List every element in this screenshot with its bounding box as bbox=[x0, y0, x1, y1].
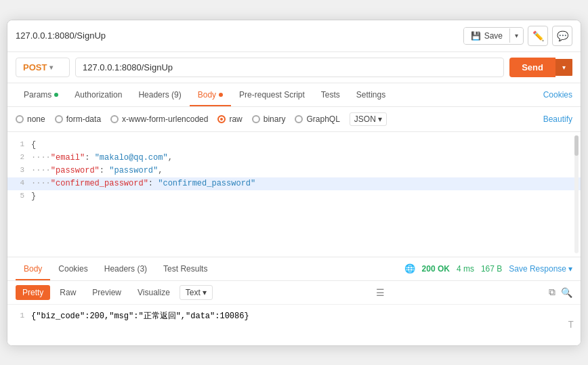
code-line-2: 2 ····"email": "makalo@qq.com", bbox=[7, 152, 581, 165]
prerequest-label: Pre-request Script bbox=[239, 90, 305, 100]
option-none[interactable]: none bbox=[16, 114, 45, 124]
radio-binary bbox=[252, 115, 260, 123]
method-label: POST bbox=[23, 62, 47, 72]
response-tabs-row: Body Cookies Headers (3) Test Results 🌐 … bbox=[7, 257, 581, 281]
form-data-label: form-data bbox=[66, 114, 101, 124]
save-btn-group: 💾 Save ▾ bbox=[463, 27, 524, 45]
pretty-label: Pretty bbox=[22, 288, 43, 297]
response-status: 🌐 200 OK 4 ms 167 B Save Response ▾ bbox=[404, 263, 572, 274]
code-line-4: 4 ····"confirmed_password": "confirmed_p… bbox=[7, 177, 581, 190]
format-dropdown-arrow: ▾ bbox=[203, 288, 207, 297]
save-button[interactable]: 💾 Save bbox=[464, 28, 509, 44]
line-num-3: 3 bbox=[7, 165, 31, 177]
resp-edit-icon[interactable]: T bbox=[568, 320, 574, 330]
url-bar: POST ▾ Send ▾ bbox=[7, 52, 581, 83]
line-num-1: 1 bbox=[7, 139, 31, 151]
json-arrow: ▾ bbox=[378, 114, 382, 124]
resp-tab-testresults[interactable]: Test Results bbox=[155, 257, 215, 280]
send-btn-group: Send ▾ bbox=[509, 58, 572, 77]
tab-settings[interactable]: Settings bbox=[348, 83, 394, 106]
line-content-3: ····"password": "password", bbox=[31, 165, 581, 177]
edit-icon-button[interactable]: ✏️ bbox=[528, 26, 548, 46]
save-label: Save bbox=[484, 31, 503, 41]
option-raw[interactable]: raw bbox=[217, 114, 242, 124]
status-code: 200 OK bbox=[422, 264, 450, 274]
fmt-tab-visualize[interactable]: Visualize bbox=[131, 285, 177, 300]
resp-line-content-1: {"biz_code":200,"msg":"正常返回","data":1008… bbox=[31, 310, 581, 323]
resp-line-1: 1 {"biz_code":200,"msg":"正常返回","data":10… bbox=[7, 310, 581, 323]
tab-params[interactable]: Params bbox=[16, 83, 66, 106]
radio-form-data bbox=[55, 115, 63, 123]
fmt-tab-pretty[interactable]: Pretty bbox=[16, 285, 50, 300]
code-line-5: 5 } bbox=[7, 190, 581, 203]
tab-authorization[interactable]: Authorization bbox=[66, 83, 130, 106]
fmt-tab-preview[interactable]: Preview bbox=[85, 285, 128, 300]
headers-label: Headers (9) bbox=[138, 90, 181, 100]
resp-tab-headers[interactable]: Headers (3) bbox=[96, 257, 155, 280]
send-dropdown-arrow[interactable]: ▾ bbox=[555, 59, 572, 76]
method-dropdown-arrow: ▾ bbox=[49, 64, 53, 71]
copy-icon[interactable]: ⧉ bbox=[549, 286, 555, 298]
option-form-data[interactable]: form-data bbox=[55, 114, 101, 124]
response-time: 4 ms bbox=[457, 264, 474, 274]
beautify-button[interactable]: Beautify bbox=[543, 114, 572, 124]
fmt-tab-raw[interactable]: Raw bbox=[53, 285, 83, 300]
authorization-label: Authorization bbox=[75, 90, 122, 100]
radio-raw bbox=[217, 115, 226, 123]
resp-tab-cookies[interactable]: Cookies bbox=[50, 257, 96, 280]
tab-headers[interactable]: Headers (9) bbox=[130, 83, 189, 106]
globe-icon: 🌐 bbox=[404, 263, 415, 274]
method-selector[interactable]: POST ▾ bbox=[16, 58, 70, 77]
resp-cookies-label: Cookies bbox=[58, 264, 87, 274]
editor-scrollbar-thumb bbox=[574, 135, 579, 156]
filter-icon[interactable]: ☰ bbox=[376, 287, 385, 298]
preview-label: Preview bbox=[92, 288, 121, 297]
response-body: 1 {"biz_code":200,"msg":"正常返回","data":10… bbox=[7, 305, 581, 345]
url-input[interactable] bbox=[75, 58, 504, 77]
request-body-editor[interactable]: 1 { 2 ····"email": "makalo@qq.com", 3 ··… bbox=[7, 132, 581, 257]
resp-line-num-1: 1 bbox=[7, 310, 31, 322]
params-dot bbox=[54, 93, 58, 97]
save-icon: 💾 bbox=[471, 31, 481, 41]
raw-label-resp: Raw bbox=[60, 288, 76, 297]
option-binary[interactable]: binary bbox=[252, 114, 286, 124]
format-icons: ☰ bbox=[376, 287, 385, 298]
search-icon[interactable]: 🔍 bbox=[561, 287, 572, 298]
format-dropdown[interactable]: Text ▾ bbox=[180, 285, 213, 300]
request-tabs: Params Authorization Headers (9) Body Pr… bbox=[7, 83, 581, 107]
code-line-3: 3 ····"password": "password", bbox=[7, 165, 581, 177]
cookies-link[interactable]: Cookies bbox=[543, 90, 572, 100]
body-dot bbox=[219, 93, 223, 97]
raw-label: raw bbox=[229, 114, 242, 124]
save-response-arrow: ▾ bbox=[568, 264, 572, 274]
resp-body-label: Body bbox=[24, 264, 42, 274]
title-actions: 💾 Save ▾ ✏️ 💬 bbox=[463, 26, 572, 46]
line-content-5: } bbox=[31, 190, 581, 203]
none-label: none bbox=[27, 114, 45, 124]
tab-prerequest[interactable]: Pre-request Script bbox=[231, 83, 313, 106]
visualize-label: Visualize bbox=[138, 288, 170, 297]
format-tabs-row: Pretty Raw Preview Visualize Text ▾ ☰ ⧉ … bbox=[7, 281, 581, 305]
radio-none bbox=[16, 115, 24, 123]
line-num-4: 4 bbox=[7, 177, 31, 190]
urlencoded-label: x-www-form-urlencoded bbox=[122, 114, 208, 124]
body-options-row: none form-data x-www-form-urlencoded raw… bbox=[7, 107, 581, 132]
settings-label: Settings bbox=[356, 90, 385, 100]
editor-scrollbar[interactable] bbox=[574, 135, 579, 253]
tab-body[interactable]: Body bbox=[190, 83, 231, 106]
main-window: 127.0.0.1:8080/SignUp 💾 Save ▾ ✏️ 💬 POST… bbox=[7, 20, 581, 346]
resp-tab-body[interactable]: Body bbox=[16, 257, 50, 280]
save-dropdown-arrow[interactable]: ▾ bbox=[509, 28, 523, 43]
tests-label: Tests bbox=[321, 90, 340, 100]
resp-testresults-label: Test Results bbox=[163, 264, 207, 274]
body-label: Body bbox=[198, 90, 216, 100]
window-title: 127.0.0.1:8080/SignUp bbox=[16, 30, 458, 41]
option-graphql[interactable]: GraphQL bbox=[295, 114, 339, 124]
json-format-selector[interactable]: JSON ▾ bbox=[350, 112, 387, 126]
response-size: 167 B bbox=[481, 264, 502, 274]
option-urlencoded[interactable]: x-www-form-urlencoded bbox=[110, 114, 208, 124]
send-button[interactable]: Send bbox=[509, 58, 555, 77]
tab-tests[interactable]: Tests bbox=[313, 83, 348, 106]
comment-icon-button[interactable]: 💬 bbox=[552, 26, 572, 46]
save-response-button[interactable]: Save Response ▾ bbox=[509, 264, 572, 274]
